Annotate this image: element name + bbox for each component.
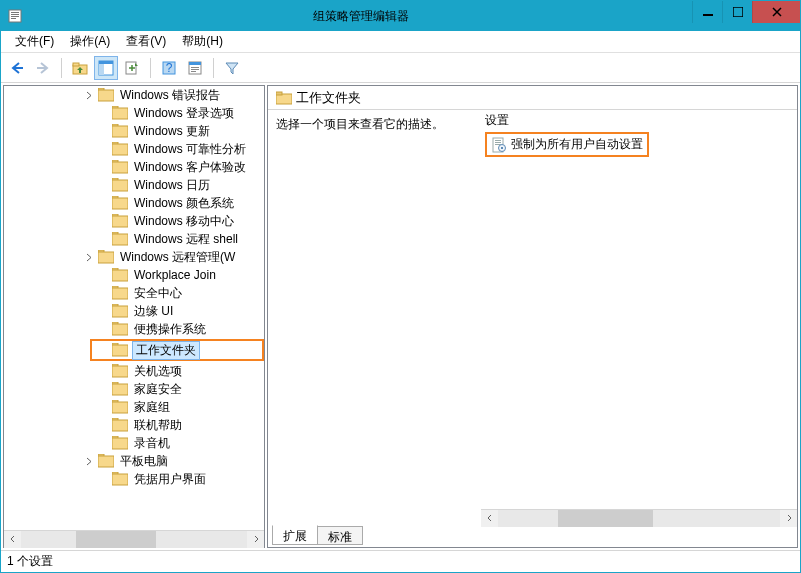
tree-item[interactable]: 平板电脑 [4,452,264,470]
settings-column-header[interactable]: 设置 [481,110,797,128]
svg-rect-17 [191,67,199,68]
svg-rect-23 [112,108,128,119]
tree-item-label: 安全中心 [132,285,184,302]
expander-none [96,178,110,192]
tree-item[interactable]: 安全中心 [4,284,264,302]
tree-item[interactable]: Windows 远程 shell [4,230,264,248]
svg-rect-61 [98,456,114,467]
tree-item[interactable]: Windows 移动中心 [4,212,264,230]
tree-item[interactable]: Workplace Join [4,266,264,284]
tree-item[interactable]: 凭据用户界面 [4,470,264,488]
tree-item-label: 录音机 [132,435,172,452]
folder-icon [112,142,128,156]
expander-none [96,400,110,414]
setting-label: 强制为所有用户自动设置 [511,136,643,153]
scroll-left-icon[interactable] [4,531,21,548]
folder-icon [112,124,128,138]
help-button[interactable]: ? [157,56,181,80]
expander-none [96,160,110,174]
folder-icon [112,418,128,432]
tree-item[interactable]: Windows 颜色系统 [4,194,264,212]
tree-item[interactable]: Windows 登录选项 [4,104,264,122]
scroll-thumb[interactable] [558,510,653,527]
chevron-right-icon[interactable] [82,88,96,102]
chevron-right-icon[interactable] [82,454,96,468]
expander-none [96,106,110,120]
minimize-button[interactable] [692,1,722,23]
tree-item[interactable]: Windows 日历 [4,176,264,194]
tree-h-scrollbar[interactable] [4,530,264,547]
folder-icon [98,454,114,468]
svg-rect-71 [501,147,503,149]
tree-view[interactable]: Windows 错误报告Windows 登录选项Windows 更新Window… [4,86,264,530]
tab-extended[interactable]: 扩展 [272,525,318,545]
menu-action[interactable]: 操作(A) [62,31,118,52]
scroll-left-icon[interactable] [481,510,498,527]
expander-none [96,322,110,336]
tree-item-label: 凭据用户界面 [132,471,208,488]
tab-standard[interactable]: 标准 [317,526,363,545]
tree-item[interactable]: Windows 可靠性分析 [4,140,264,158]
show-tree-button[interactable] [94,56,118,80]
svg-rect-29 [112,162,128,173]
menu-view[interactable]: 查看(V) [118,31,174,52]
close-button[interactable] [752,1,800,23]
expander-none [96,142,110,156]
svg-rect-55 [112,402,128,413]
menu-help[interactable]: 帮助(H) [174,31,231,52]
tree-item[interactable]: Windows 错误报告 [4,86,264,104]
details-body: 选择一个项目来查看它的描述。 设置 强制为所有用户自动设置 [268,110,797,526]
tree-item[interactable]: 联机帮助 [4,416,264,434]
svg-rect-5 [703,14,713,16]
tree-item[interactable]: 工作文件夹 [90,339,264,361]
folder-icon [112,214,128,228]
scroll-right-icon[interactable] [247,531,264,548]
properties-button[interactable] [183,56,207,80]
tree-item[interactable]: 便携操作系统 [4,320,264,338]
tree-item[interactable]: Windows 远程管理(W [4,248,264,266]
chevron-right-icon[interactable] [82,250,96,264]
tree-item-label: 关机选项 [132,363,184,380]
setting-item[interactable]: 强制为所有用户自动设置 [485,132,649,157]
tree-item-label: 家庭安全 [132,381,184,398]
tree-item[interactable]: 录音机 [4,434,264,452]
tree-item-label: Windows 更新 [132,123,212,140]
back-button[interactable] [5,56,29,80]
svg-rect-63 [112,474,128,485]
tree-item[interactable]: Windows 更新 [4,122,264,140]
toolbar-separator [213,58,214,78]
scroll-right-icon[interactable] [780,510,797,527]
svg-rect-1 [11,12,19,13]
folder-icon [112,382,128,396]
expander-none [96,304,110,318]
tree-item[interactable]: Windows 客户体验改 [4,158,264,176]
svg-rect-45 [112,306,128,317]
scroll-track[interactable] [21,531,247,548]
expander-none [96,268,110,282]
scroll-thumb[interactable] [76,531,156,548]
folder-icon [112,196,128,210]
svg-rect-68 [495,142,501,143]
up-folder-button[interactable] [68,56,92,80]
details-header: 工作文件夹 [268,86,797,110]
folder-icon [112,160,128,174]
main-area: Windows 错误报告Windows 登录选项Windows 更新Window… [1,83,800,550]
tree-item[interactable]: 关机选项 [4,362,264,380]
expander-none [96,436,110,450]
svg-rect-6 [733,7,743,17]
menu-file[interactable]: 文件(F) [7,31,62,52]
export-button[interactable] [120,56,144,80]
scroll-track[interactable] [498,510,780,527]
folder-icon [112,178,128,192]
tree-item-label: Windows 移动中心 [132,213,236,230]
menubar: 文件(F) 操作(A) 查看(V) 帮助(H) [1,31,800,53]
tree-item[interactable]: 家庭安全 [4,380,264,398]
forward-button[interactable] [31,56,55,80]
tree-item[interactable]: 边缘 UI [4,302,264,320]
maximize-button[interactable] [722,1,752,23]
titlebar: 组策略管理编辑器 [1,1,800,31]
filter-button[interactable] [220,56,244,80]
settings-h-scrollbar[interactable] [481,509,797,526]
svg-rect-43 [112,288,128,299]
tree-item[interactable]: 家庭组 [4,398,264,416]
